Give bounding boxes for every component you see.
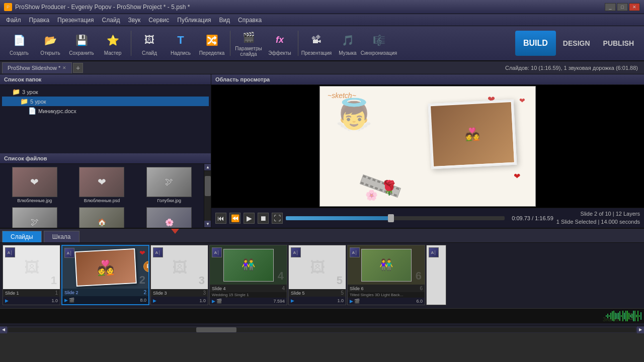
hscroll-right-arrow[interactable]: ▶ [637,326,644,333]
file-thumbnail: ❤ [12,167,57,197]
waveform-area: З Знания... // Waveform generated in CSS… [0,308,644,323]
publish-button[interactable]: PUBLISH [597,31,640,56]
menu-slide[interactable]: Слайд [98,16,124,25]
slide-number-bg: 6 [416,269,422,283]
sync-button[interactable]: 🎼 Синхронизация [364,28,394,59]
folder-icon: 📁 [12,88,20,96]
build-button[interactable]: BUILD [515,31,556,56]
sync-icon: 🎼 [370,31,388,49]
add-tab-button[interactable]: + [73,63,83,73]
save-button[interactable]: 💾 Сохранить [66,28,97,59]
toolbar-separator-3 [298,31,298,56]
folder-tree: 📁 3 урок 📁 5 урок 📄 Миникурс.docx [0,85,211,153]
file-item[interactable]: 🏠 1 задник.jpg [69,206,135,228]
slide-3[interactable]: A│ 🖼 3 Slide 3 3 ▶ 1.0 [150,245,208,305]
stop-button[interactable]: ⏹ [258,213,269,224]
tab-slides[interactable]: Слайды [2,231,42,242]
doc-icon: 📄 [28,107,36,115]
fullscreen-button[interactable]: ⛶ [272,213,283,224]
menu-service[interactable]: Сервис [144,16,173,25]
slide-5[interactable]: A│ 🖼 5 Slide 5 5 ▶ 1.0 [288,245,346,305]
file-item[interactable]: ❤ Влюбленные.jpg [2,166,67,204]
preview-header: Область просмотра [211,74,644,85]
timeline-section: Слайды Шкала A│ 🖼 1 Slide 1 1 ▶ 1.0 [0,228,644,326]
slide-number-bg: 2 [139,274,145,287]
minimize-button[interactable]: _ [605,3,616,11]
create-label: Создать [10,50,29,56]
menu-edit[interactable]: Правка [25,16,54,25]
play-button[interactable]: ▶ [244,213,255,224]
design-button[interactable]: DESIGN [557,31,596,56]
music-button[interactable]: 🎵 Музыка [333,28,363,59]
menu-sound[interactable]: Звук [124,16,145,25]
menu-presentation[interactable]: Презентация [53,16,98,25]
bottom-scrollbar: ◀ ▶ [0,326,644,333]
timeline-content[interactable]: A│ 🖼 1 Slide 1 1 ▶ 1.0 A│ [0,243,644,326]
slide-6[interactable]: A│ 👫 6 Slide 6 6 Tilted Singles 3D Light… [347,245,425,305]
tab-name: ProShow Slideshow * [8,65,60,71]
file-grid: ❤ Влюбленные.jpg ❤ Влюбленные.psd 🕊 Голу… [0,164,204,228]
folder-name: Миникурс.docx [38,108,76,114]
toolbar-separator-1 [131,31,131,56]
open-icon: 📂 [41,31,59,49]
folder-icon: 📁 [20,98,28,105]
file-item[interactable]: ❤ Влюбленные.psd [69,166,135,204]
step-back-button[interactable]: ⏪ [229,213,240,224]
menubar: Файл Правка Презентация Слайд Звук Серви… [0,14,644,26]
open-button[interactable]: 📂 Открыть [35,28,65,59]
slides-strip: A│ 🖼 1 Slide 1 1 ▶ 1.0 A│ [0,243,644,308]
maximize-button[interactable]: □ [617,3,628,11]
scroll-up-arrow[interactable]: ▲ [204,164,211,171]
project-tab[interactable]: ProShow Slideshow * ✕ [2,62,72,73]
menu-file[interactable]: Файл [2,16,25,25]
menu-help[interactable]: Справка [234,16,266,25]
menu-publish[interactable]: Публикация [173,16,215,25]
scroll-down-arrow[interactable]: ▼ [204,221,211,228]
slide-button[interactable]: 🖼 Слайд [134,28,165,59]
slide-params-button[interactable]: 🎬 Параметры слайда [233,28,264,59]
presentation-button[interactable]: 📽 Презентация [301,28,332,59]
file-item[interactable]: 🌸 ✓ колокольчики... [136,206,202,228]
tab-close-icon[interactable]: ✕ [62,65,66,70]
slide6-play-icon: ▶ [350,299,353,304]
hscroll-thumb[interactable] [196,327,236,332]
folder-name: 3 урок [22,89,38,95]
effects-label: Эффекты [268,50,291,56]
scroll-thumb[interactable] [205,176,211,196]
progress-bar[interactable] [286,216,505,220]
file-thumbnail: 🕊 ✓ [12,207,57,228]
effects-button[interactable]: fx Эффекты [265,28,295,59]
menu-view[interactable]: Вид [215,16,234,25]
slide-2[interactable]: A│ 💑 ❤ 🎞 2 Slide 2 2 ▶ [61,245,149,305]
files-header: Список файлов [0,153,211,164]
progress-handle[interactable] [388,214,394,222]
file-item[interactable]: 🕊 ✓ Голубки.psd [2,206,67,228]
slide-info-line1: Slide 2 of 10 | 12 Layers [556,210,640,218]
hscroll-track [8,327,636,332]
folder-item[interactable]: 📁 3 урок [2,87,209,97]
transition-button[interactable]: 🔀 Переделка [197,28,227,59]
transition-label: Переделка [199,50,225,56]
folder-name: 5 урок [30,99,46,105]
main-area: Список папок 📁 3 урок 📁 5 урок 📄 Миникур… [0,74,644,228]
hscroll-left-arrow[interactable]: ◀ [0,326,7,333]
slide-4[interactable]: A│ 👫 4 Slide 4 4 Wedding 15 Single 1 ▶ 🎬 [209,245,287,305]
file-item[interactable]: 🕊 Голубки.jpg [136,166,202,204]
slide-1[interactable]: A│ 🖼 1 Slide 1 1 ▶ 1.0 [3,245,60,305]
skip-back-button[interactable]: ⏮ [215,213,226,224]
tab-timeline[interactable]: Шкала [44,231,79,242]
master-button[interactable]: ⭐ Мастер [98,28,128,59]
close-button[interactable]: ✕ [629,3,640,11]
file-thumbnail: 🌸 ✓ [146,207,192,228]
folder-item-selected[interactable]: 📁 5 урок [2,97,209,106]
slide-7-partial[interactable]: A│ [426,245,446,305]
preview-area: 👼 ~sketch~ ❤ ❤ ❤ ❤ 💑 [211,85,644,208]
create-button[interactable]: 📄 Создать [4,28,34,59]
slide4-play-icon: ▶ [212,299,215,304]
folder-item-doc[interactable]: 📄 Миникурс.docx [2,106,209,116]
master-label: Мастер [104,50,122,56]
toolbar: 📄 Создать 📂 Открыть 💾 Сохранить ⭐ Мастер… [0,26,644,61]
left-panel: Список папок 📁 3 урок 📁 5 урок 📄 Миникур… [0,74,211,228]
slide3-play-icon: ▶ [153,298,156,303]
caption-button[interactable]: T Надпись [166,28,196,59]
